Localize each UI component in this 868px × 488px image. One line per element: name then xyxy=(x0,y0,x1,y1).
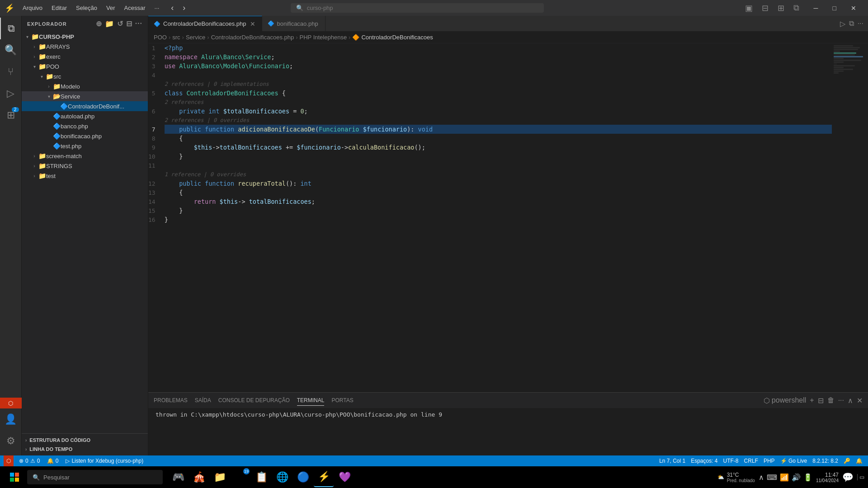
new-folder-icon[interactable]: 📁 xyxy=(105,19,114,28)
panel-tab-portas[interactable]: PORTAS xyxy=(331,395,353,405)
layout-icon-3[interactable]: ⊞ xyxy=(775,2,787,14)
activity-search[interactable]: 🔍 xyxy=(0,39,22,61)
status-position[interactable]: Ln 7, Col 1 xyxy=(657,458,687,464)
activity-source-control[interactable]: ⑂ xyxy=(0,61,22,83)
system-clock[interactable]: 11:47 11/04/2024 xyxy=(816,472,839,483)
breadcrumb-class[interactable]: 🔶 ControladorDeBonificacoes xyxy=(352,34,433,41)
breadcrumb-intelephense[interactable]: PHP Intelephense xyxy=(300,34,347,41)
nav-back-icon[interactable]: ‹ xyxy=(167,2,177,14)
split-terminal-icon[interactable]: ⊟ xyxy=(818,396,824,405)
menu-more[interactable]: ··· xyxy=(151,4,163,12)
refresh-icon[interactable]: ↺ xyxy=(117,19,123,28)
tree-item-poo[interactable]: ▾ 📁 POO xyxy=(22,61,148,71)
tree-item-banco[interactable]: 🔷 banco.php xyxy=(22,121,148,131)
status-xdebug[interactable]: ▷ Listen for Xdebug (curso-php) xyxy=(64,458,145,464)
breadcrumb-file[interactable]: ControladorDeBonificacoes.php xyxy=(211,34,294,41)
tray-volume-icon[interactable]: 🔊 xyxy=(792,473,801,482)
status-bell-right[interactable]: 🔔 xyxy=(854,458,864,464)
global-search[interactable]: 🔍 xyxy=(291,3,544,13)
code-content[interactable]: <?php namespace Alura\Banco\Service; use… xyxy=(161,43,832,392)
menu-editar[interactable]: Editar xyxy=(48,4,71,12)
taskbar-app-store[interactable]: 🛍 19 xyxy=(231,467,250,487)
taskbar-app-phpstorm[interactable]: 💜 xyxy=(335,467,354,487)
status-encoding[interactable]: UTF-8 xyxy=(722,458,741,464)
tray-keyboard-icon[interactable]: ⌨ xyxy=(767,473,777,482)
activity-account[interactable]: 👤 xyxy=(0,408,22,430)
weather-widget[interactable]: ⛅ 31°C Pred. nublado xyxy=(717,472,755,483)
activity-explorer[interactable]: ⧉ xyxy=(0,18,22,39)
tree-item-src[interactable]: ▾ 📁 src xyxy=(22,71,148,81)
status-spaces[interactable]: Espaços: 4 xyxy=(689,458,719,464)
status-version[interactable]: 8.2.12: 8.2 xyxy=(811,458,840,464)
estrutura-panel-header[interactable]: › ESTRUTURA DO CÓDIGO xyxy=(22,436,148,445)
activity-remote[interactable]: ⬡ xyxy=(0,398,22,408)
breadcrumb-poo[interactable]: POO xyxy=(154,34,167,41)
tree-item-strings[interactable]: › 📁 STRINGS xyxy=(22,161,148,171)
taskbar-app-explorer[interactable]: 📁 xyxy=(210,467,230,487)
layout-icon-1[interactable]: ▣ xyxy=(742,2,755,14)
close-button[interactable]: ✕ xyxy=(844,3,863,14)
search-input[interactable] xyxy=(307,5,538,11)
panel-tab-console[interactable]: CONSOLE DE DEPURAÇÃO xyxy=(218,395,290,405)
menu-arquivo[interactable]: Arquivo xyxy=(19,4,46,12)
status-line-ending[interactable]: CRLF xyxy=(742,458,760,464)
split-editor-icon[interactable]: ⧉ xyxy=(849,19,854,28)
breadcrumb-src[interactable]: src xyxy=(172,34,180,41)
tree-item-bonificacao[interactable]: 🔷 bonificacao.php xyxy=(22,131,148,141)
menu-acessar[interactable]: Acessar xyxy=(121,4,149,12)
more-actions-icon[interactable]: ··· xyxy=(858,19,863,28)
kill-terminal-icon[interactable]: 🗑 xyxy=(827,396,835,404)
tab-close-icon[interactable]: ✕ xyxy=(249,20,256,28)
taskbar-app-1[interactable]: 🎮 xyxy=(168,467,188,487)
activity-run-debug[interactable]: ▷ xyxy=(0,83,22,104)
collapse-all-icon[interactable]: ⊟ xyxy=(126,19,132,28)
show-desktop-icon[interactable]: ▭ xyxy=(857,474,864,480)
activity-extensions[interactable]: ⊞ 2 xyxy=(0,104,22,126)
minimize-button[interactable]: ─ xyxy=(807,3,826,14)
maximize-panel-icon[interactable]: ∧ xyxy=(848,396,853,405)
tab-bonificacao[interactable]: 🔷 bonificacao.php xyxy=(262,16,326,31)
taskbar-app-chrome[interactable]: 🔵 xyxy=(293,467,313,487)
tree-item-modelo[interactable]: › 📁 Modelo xyxy=(22,81,148,91)
activity-settings[interactable]: ⚙ xyxy=(0,430,22,452)
close-panel-icon[interactable]: ✕ xyxy=(857,396,863,405)
status-bell[interactable]: 🔔 0 xyxy=(45,458,60,464)
tree-item-test-php[interactable]: 🔷 test.php xyxy=(22,141,148,151)
tray-network-icon[interactable]: 📶 xyxy=(780,473,789,482)
taskbar-search[interactable]: 🔍 Pesquisar xyxy=(27,470,163,484)
tray-battery-icon[interactable]: 🔋 xyxy=(803,473,812,482)
status-errors[interactable]: ⊗ 0 ⚠ 0 xyxy=(17,458,42,464)
taskbar-app-vscode-taskbar[interactable]: ⚡ xyxy=(314,467,334,487)
menu-selecao[interactable]: Seleção xyxy=(72,4,101,12)
maximize-button[interactable]: □ xyxy=(826,3,844,14)
breadcrumb-service[interactable]: Service xyxy=(186,34,205,41)
add-terminal-icon[interactable]: + xyxy=(810,396,814,404)
taskbar-app-browser[interactable]: 🌐 xyxy=(272,467,292,487)
tree-item-autoload[interactable]: 🔷 autoload.php xyxy=(22,111,148,121)
status-golive[interactable]: ⚡ Go Live xyxy=(778,458,809,464)
tree-item-service[interactable]: ▾ 📂 Service xyxy=(22,91,148,101)
status-remote[interactable]: ⬡ xyxy=(4,455,14,466)
start-button[interactable] xyxy=(4,466,25,488)
tree-item-exerc[interactable]: › 📁 exerc xyxy=(22,52,148,61)
tree-item-curso-php[interactable]: ▾ 📁 CURSO-PHP xyxy=(22,32,148,42)
more-actions-icon[interactable]: ··· xyxy=(135,19,142,28)
tree-item-test-root[interactable]: › 📁 test xyxy=(22,171,148,181)
panel-tab-problemas[interactable]: PROBLEMAS xyxy=(154,395,188,405)
taskbar-app-4[interactable]: 📋 xyxy=(251,467,271,487)
linha-tempo-panel-header[interactable]: › LINHA DO TEMPO xyxy=(22,445,148,454)
tree-item-arrays[interactable]: › 📁 ARRAYS xyxy=(22,42,148,52)
nav-forward-icon[interactable]: › xyxy=(179,2,189,14)
status-language[interactable]: PHP xyxy=(762,458,777,464)
tree-item-screen-match[interactable]: › 📁 screen-match xyxy=(22,151,148,161)
run-icon[interactable]: ▷ xyxy=(840,19,845,28)
new-file-icon[interactable]: ⊕ xyxy=(96,19,102,28)
panel-tab-saida[interactable]: SAÍDA xyxy=(195,395,211,405)
taskbar-app-2[interactable]: 🎪 xyxy=(189,467,209,487)
tab-controlador[interactable]: 🔷 ControladorDeBonificacoes.php ✕ xyxy=(148,16,262,31)
status-key-icon[interactable]: 🔑 xyxy=(842,458,852,464)
layout-icon-4[interactable]: ⧉ xyxy=(791,2,802,14)
layout-icon-2[interactable]: ⊟ xyxy=(759,2,771,14)
terminal-content[interactable]: thrown in C:\xampp\htdocs\curso-php\ALUR… xyxy=(148,408,868,455)
tree-item-controlador[interactable]: 🔷 ControladorDeBonif... xyxy=(22,101,148,111)
